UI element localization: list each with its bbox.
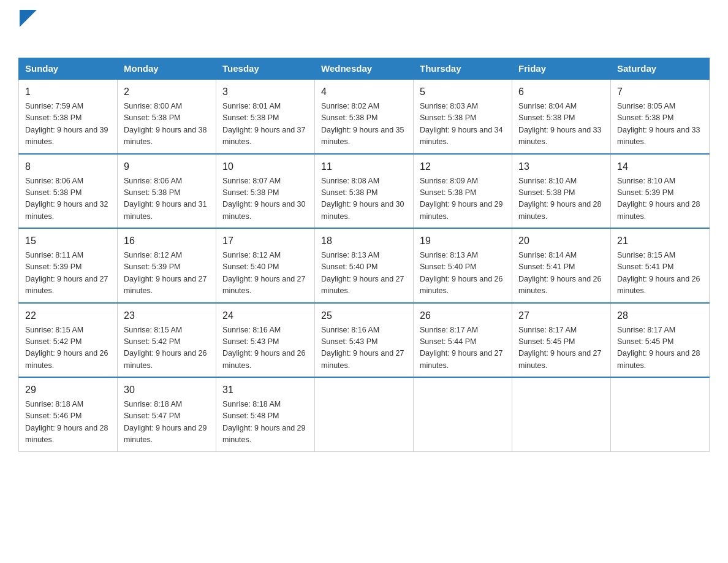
day-number: 14: [617, 159, 703, 174]
day-number: 16: [124, 234, 210, 248]
day-number: 4: [321, 85, 407, 99]
col-header-monday: Monday: [118, 58, 216, 80]
day-number: 8: [25, 159, 111, 174]
day-info: Sunrise: 8:00 AMSunset: 5:38 PMDaylight:…: [124, 102, 207, 146]
day-info: Sunrise: 8:13 AMSunset: 5:40 PMDaylight:…: [420, 251, 503, 295]
day-info: Sunrise: 8:16 AMSunset: 5:43 PMDaylight:…: [222, 326, 306, 370]
day-info: Sunrise: 8:17 AMSunset: 5:44 PMDaylight:…: [420, 326, 503, 370]
day-number: 10: [222, 159, 308, 174]
day-number: 24: [222, 308, 308, 323]
day-cell: 24Sunrise: 8:16 AMSunset: 5:43 PMDayligh…: [216, 303, 315, 378]
day-cell: 10Sunrise: 8:07 AMSunset: 5:38 PMDayligh…: [216, 154, 315, 229]
day-cell: 9Sunrise: 8:06 AMSunset: 5:38 PMDaylight…: [118, 154, 216, 229]
day-info: Sunrise: 8:12 AMSunset: 5:40 PMDaylight:…: [222, 251, 306, 295]
page-header: [18, 12, 710, 47]
day-info: Sunrise: 8:17 AMSunset: 5:45 PMDaylight:…: [518, 326, 602, 370]
day-info: Sunrise: 8:11 AMSunset: 5:39 PMDaylight:…: [25, 251, 108, 295]
col-header-friday: Friday: [512, 58, 611, 80]
col-header-wednesday: Wednesday: [315, 58, 414, 80]
day-info: Sunrise: 8:14 AMSunset: 5:41 PMDaylight:…: [518, 251, 602, 295]
day-info: Sunrise: 8:02 AMSunset: 5:38 PMDaylight:…: [321, 102, 404, 146]
day-info: Sunrise: 8:16 AMSunset: 5:43 PMDaylight:…: [321, 326, 404, 370]
day-number: 20: [518, 234, 604, 248]
day-number: 22: [25, 308, 111, 323]
day-cell: 25Sunrise: 8:16 AMSunset: 5:43 PMDayligh…: [315, 303, 414, 378]
week-row-3: 15Sunrise: 8:11 AMSunset: 5:39 PMDayligh…: [19, 228, 710, 303]
week-row-2: 8Sunrise: 8:06 AMSunset: 5:38 PMDaylight…: [19, 154, 710, 229]
day-number: 2: [124, 85, 210, 99]
day-cell: 2Sunrise: 8:00 AMSunset: 5:38 PMDaylight…: [118, 79, 216, 154]
day-number: 15: [25, 234, 111, 248]
day-cell: 7Sunrise: 8:05 AMSunset: 5:38 PMDaylight…: [611, 79, 710, 154]
col-header-sunday: Sunday: [19, 58, 118, 80]
day-cell: 31Sunrise: 8:18 AMSunset: 5:48 PMDayligh…: [216, 377, 315, 451]
day-cell: [414, 377, 512, 451]
day-cell: 17Sunrise: 8:12 AMSunset: 5:40 PMDayligh…: [216, 228, 315, 303]
day-cell: 8Sunrise: 8:06 AMSunset: 5:38 PMDaylight…: [19, 154, 118, 229]
day-cell: 14Sunrise: 8:10 AMSunset: 5:39 PMDayligh…: [611, 154, 710, 229]
day-info: Sunrise: 8:09 AMSunset: 5:38 PMDaylight:…: [420, 177, 503, 221]
logo-blue-text: [18, 27, 42, 47]
day-number: 29: [25, 383, 111, 397]
day-cell: 3Sunrise: 8:01 AMSunset: 5:38 PMDaylight…: [216, 79, 315, 154]
day-number: 27: [518, 308, 604, 323]
day-number: 26: [420, 308, 506, 323]
day-info: Sunrise: 8:03 AMSunset: 5:38 PMDaylight:…: [420, 102, 503, 146]
day-cell: 15Sunrise: 8:11 AMSunset: 5:39 PMDayligh…: [19, 228, 118, 303]
day-cell: 6Sunrise: 8:04 AMSunset: 5:38 PMDaylight…: [512, 79, 611, 154]
day-cell: 1Sunrise: 7:59 AMSunset: 5:38 PMDaylight…: [19, 79, 118, 154]
day-info: Sunrise: 8:15 AMSunset: 5:41 PMDaylight:…: [617, 251, 700, 295]
day-cell: 27Sunrise: 8:17 AMSunset: 5:45 PMDayligh…: [512, 303, 611, 378]
day-info: Sunrise: 8:10 AMSunset: 5:38 PMDaylight:…: [518, 177, 602, 221]
day-info: Sunrise: 8:13 AMSunset: 5:40 PMDaylight:…: [321, 251, 404, 295]
day-number: 5: [420, 85, 506, 99]
day-cell: [512, 377, 611, 451]
day-cell: 11Sunrise: 8:08 AMSunset: 5:38 PMDayligh…: [315, 154, 414, 229]
col-header-tuesday: Tuesday: [216, 58, 315, 80]
day-cell: [315, 377, 414, 451]
day-info: Sunrise: 8:01 AMSunset: 5:38 PMDaylight:…: [222, 102, 306, 146]
day-number: 19: [420, 234, 506, 248]
day-cell: 29Sunrise: 8:18 AMSunset: 5:46 PMDayligh…: [19, 377, 118, 451]
day-number: 30: [124, 383, 210, 397]
day-info: Sunrise: 8:18 AMSunset: 5:48 PMDaylight:…: [222, 400, 306, 444]
day-cell: 5Sunrise: 8:03 AMSunset: 5:38 PMDaylight…: [414, 79, 512, 154]
day-info: Sunrise: 8:15 AMSunset: 5:42 PMDaylight:…: [124, 326, 207, 370]
day-info: Sunrise: 8:06 AMSunset: 5:38 PMDaylight:…: [124, 177, 207, 221]
day-number: 11: [321, 159, 407, 174]
day-cell: 16Sunrise: 8:12 AMSunset: 5:39 PMDayligh…: [118, 228, 216, 303]
day-cell: 30Sunrise: 8:18 AMSunset: 5:47 PMDayligh…: [118, 377, 216, 451]
day-info: Sunrise: 8:05 AMSunset: 5:38 PMDaylight:…: [617, 102, 700, 146]
day-number: 17: [222, 234, 308, 248]
day-info: Sunrise: 8:06 AMSunset: 5:38 PMDaylight:…: [25, 177, 108, 221]
day-info: Sunrise: 8:15 AMSunset: 5:42 PMDaylight:…: [25, 326, 108, 370]
day-info: Sunrise: 8:12 AMSunset: 5:39 PMDaylight:…: [124, 251, 207, 295]
day-number: 12: [420, 159, 506, 174]
day-info: Sunrise: 8:04 AMSunset: 5:38 PMDaylight:…: [518, 102, 602, 146]
day-number: 28: [617, 308, 703, 323]
day-cell: 28Sunrise: 8:17 AMSunset: 5:45 PMDayligh…: [611, 303, 710, 378]
week-row-1: 1Sunrise: 7:59 AMSunset: 5:38 PMDaylight…: [19, 79, 710, 154]
logo-triangle-icon: [20, 10, 37, 27]
day-number: 9: [124, 159, 210, 174]
day-number: 6: [518, 85, 604, 99]
day-number: 1: [25, 85, 111, 99]
col-header-saturday: Saturday: [611, 58, 710, 80]
day-number: 23: [124, 308, 210, 323]
day-info: Sunrise: 8:18 AMSunset: 5:47 PMDaylight:…: [124, 400, 207, 444]
day-number: 31: [222, 383, 308, 397]
logo: [18, 12, 44, 47]
day-number: 3: [222, 85, 308, 99]
day-number: 18: [321, 234, 407, 248]
day-cell: 26Sunrise: 8:17 AMSunset: 5:44 PMDayligh…: [414, 303, 512, 378]
day-number: 13: [518, 159, 604, 174]
day-cell: 18Sunrise: 8:13 AMSunset: 5:40 PMDayligh…: [315, 228, 414, 303]
day-number: 25: [321, 308, 407, 323]
day-info: Sunrise: 8:08 AMSunset: 5:38 PMDaylight:…: [321, 177, 404, 221]
day-cell: 20Sunrise: 8:14 AMSunset: 5:41 PMDayligh…: [512, 228, 611, 303]
week-row-5: 29Sunrise: 8:18 AMSunset: 5:46 PMDayligh…: [19, 377, 710, 451]
day-number: 21: [617, 234, 703, 248]
day-info: Sunrise: 8:10 AMSunset: 5:39 PMDaylight:…: [617, 177, 700, 221]
day-cell: 13Sunrise: 8:10 AMSunset: 5:38 PMDayligh…: [512, 154, 611, 229]
day-cell: 22Sunrise: 8:15 AMSunset: 5:42 PMDayligh…: [19, 303, 118, 378]
